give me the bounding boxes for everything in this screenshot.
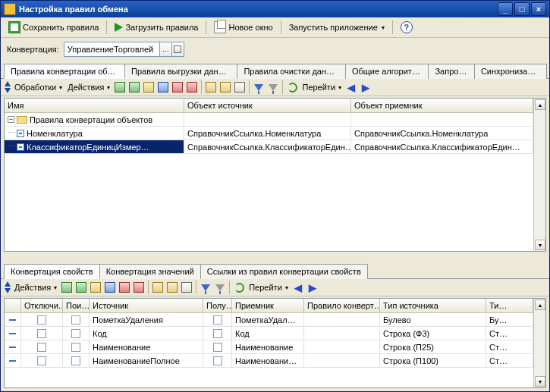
- table-row[interactable]: КодКодСтрока (Ф3)Ст…: [5, 327, 533, 340]
- maximize-button[interactable]: □: [514, 2, 530, 16]
- conversion-input[interactable]: [64, 42, 159, 56]
- delete-button[interactable]: [171, 80, 184, 94]
- tab-sync[interactable]: Синхронизация: [474, 64, 547, 79]
- col-dest[interactable]: Объект приемник: [351, 99, 533, 112]
- run-app-button[interactable]: Запустить приложение: [286, 21, 388, 33]
- col-tsrc[interactable]: Тип источника: [380, 299, 486, 312]
- close-button[interactable]: ×: [531, 2, 546, 16]
- filter-button[interactable]: [199, 281, 212, 294]
- filter-button[interactable]: [252, 80, 266, 94]
- tab-common-algorithms[interactable]: Общие алгоритмы: [345, 64, 429, 79]
- disabled-checkbox[interactable]: [37, 329, 46, 338]
- scroll-up-button[interactable]: ▴: [535, 299, 545, 310]
- minimize-button[interactable]: _: [498, 2, 513, 16]
- search-checkbox[interactable]: [71, 356, 80, 365]
- col-disabled[interactable]: Отключи…: [21, 299, 63, 312]
- copy-button[interactable]: [89, 281, 102, 294]
- help-button[interactable]: ?: [398, 20, 416, 35]
- tree-root-row[interactable]: −Правила конвертации объектов: [5, 113, 533, 127]
- col-search[interactable]: Пои…: [63, 299, 90, 312]
- new-window-button[interactable]: Новое окно: [211, 20, 275, 35]
- tab-value-conversion[interactable]: Конвертация значений: [99, 264, 201, 279]
- level-up-button[interactable]: [204, 80, 218, 94]
- table-row[interactable]: ⋯Номенклатура СправочникСсылка.Номенклат…: [5, 127, 533, 140]
- level-down-button[interactable]: [218, 80, 232, 94]
- arrow-left-button[interactable]: ◀: [344, 80, 358, 94]
- refresh-button[interactable]: [232, 281, 246, 294]
- edit-button[interactable]: [156, 80, 170, 94]
- hierarchy-button[interactable]: [233, 80, 247, 94]
- mark-delete-button[interactable]: [132, 281, 146, 294]
- obrabotki-menu[interactable]: Обработки: [12, 82, 64, 93]
- col-rule[interactable]: Правило конверт…: [304, 299, 380, 312]
- scroll-up-button[interactable]: ▴: [535, 99, 545, 110]
- col-dst[interactable]: Приемник: [232, 299, 304, 312]
- move-up-button[interactable]: [5, 81, 11, 86]
- add-folder-button[interactable]: [127, 80, 141, 94]
- move-up-button[interactable]: [5, 281, 11, 287]
- col-src[interactable]: Источник: [90, 299, 203, 312]
- filter-off-button[interactable]: [213, 281, 227, 294]
- tab-refs[interactable]: Ссылки из правил конвертации свойств: [200, 264, 368, 279]
- refresh-button[interactable]: [285, 80, 299, 94]
- col-name[interactable]: Имя: [5, 99, 184, 112]
- expand-icon[interactable]: −: [8, 116, 14, 123]
- add-button[interactable]: [113, 80, 127, 94]
- app-icon: [4, 3, 16, 15]
- table-row[interactable]: НаименованиеПолноеНаименовани…Строка (П1…: [5, 354, 533, 368]
- table-row[interactable]: ⋯КлассификаторЕдиницИзмер… СправочникСсы…: [5, 140, 533, 154]
- col-get[interactable]: Полу…: [203, 299, 232, 312]
- tab-prop-conversion[interactable]: Конвертация свойств: [4, 264, 100, 279]
- arrow-left-button[interactable]: ◀: [291, 281, 305, 294]
- get-checkbox[interactable]: [213, 329, 222, 338]
- disabled-checkbox[interactable]: [37, 356, 46, 365]
- copy-button[interactable]: [142, 80, 156, 94]
- level-up-button[interactable]: [151, 281, 165, 294]
- tab-export-rules[interactable]: Правила выгрузки данных: [124, 64, 237, 79]
- conversion-open-button[interactable]: [171, 42, 184, 56]
- hierarchy-button[interactable]: [180, 281, 193, 294]
- tab-objects[interactable]: Правила конвертации объе…: [4, 64, 125, 79]
- scroll-down-button[interactable]: ▾: [535, 376, 545, 387]
- titlebar: Настройка правил обмена _ □ ×: [1, 1, 549, 17]
- tab-clean-rules[interactable]: Правила очистки данных: [237, 64, 346, 79]
- col-source[interactable]: Объект источник: [184, 99, 351, 112]
- level-down-button[interactable]: [165, 281, 179, 294]
- disabled-checkbox[interactable]: [37, 343, 46, 352]
- save-rules-button[interactable]: Сохранить правила: [5, 20, 102, 35]
- actions-menu[interactable]: Действия: [12, 282, 59, 293]
- conversion-combo[interactable]: …: [64, 42, 184, 57]
- tab-queries[interactable]: Запросы: [428, 64, 474, 79]
- disabled-checkbox[interactable]: [37, 315, 46, 325]
- delete-button[interactable]: [118, 281, 131, 294]
- add-button[interactable]: [60, 281, 74, 294]
- search-checkbox[interactable]: [71, 315, 80, 325]
- get-checkbox[interactable]: [213, 343, 222, 352]
- load-rules-button[interactable]: Загрузить правила: [112, 21, 201, 33]
- table-row[interactable]: ПометкаУдаленияПометкаУдал…БулевоБу…: [5, 313, 533, 327]
- col-tdst[interactable]: Ти…: [486, 299, 533, 312]
- goto-menu[interactable]: Перейти: [300, 82, 344, 93]
- conversion-select-button[interactable]: …: [159, 42, 171, 56]
- move-down-button[interactable]: [5, 88, 11, 93]
- mark-delete-button[interactable]: [185, 80, 199, 94]
- search-checkbox[interactable]: [71, 329, 80, 338]
- upper-scrollbar[interactable]: ▴ ▾: [533, 99, 545, 251]
- filter-off-button[interactable]: [266, 80, 280, 94]
- actions-menu[interactable]: Действия: [65, 82, 112, 93]
- get-checkbox[interactable]: [213, 356, 222, 365]
- col-mark[interactable]: [5, 299, 21, 312]
- search-checkbox[interactable]: [71, 343, 80, 352]
- lower-scrollbar[interactable]: ▴ ▾: [533, 299, 545, 387]
- add-folder-button[interactable]: [74, 281, 88, 294]
- upper-toolbar: Обработки Действия Перейти ◀ ▶: [1, 79, 549, 96]
- scroll-down-button[interactable]: ▾: [535, 240, 545, 250]
- table-row[interactable]: НаименованиеНаименованиеСтрока (П25)Ст…: [5, 340, 533, 354]
- move-down-button[interactable]: [5, 288, 11, 293]
- arrow-right-button[interactable]: ▶: [359, 80, 372, 94]
- edit-button[interactable]: [103, 281, 117, 294]
- goto-menu[interactable]: Перейти: [247, 282, 291, 293]
- arrow-right-button[interactable]: ▶: [306, 281, 319, 294]
- get-checkbox[interactable]: [213, 315, 222, 325]
- splitter[interactable]: [1, 252, 549, 256]
